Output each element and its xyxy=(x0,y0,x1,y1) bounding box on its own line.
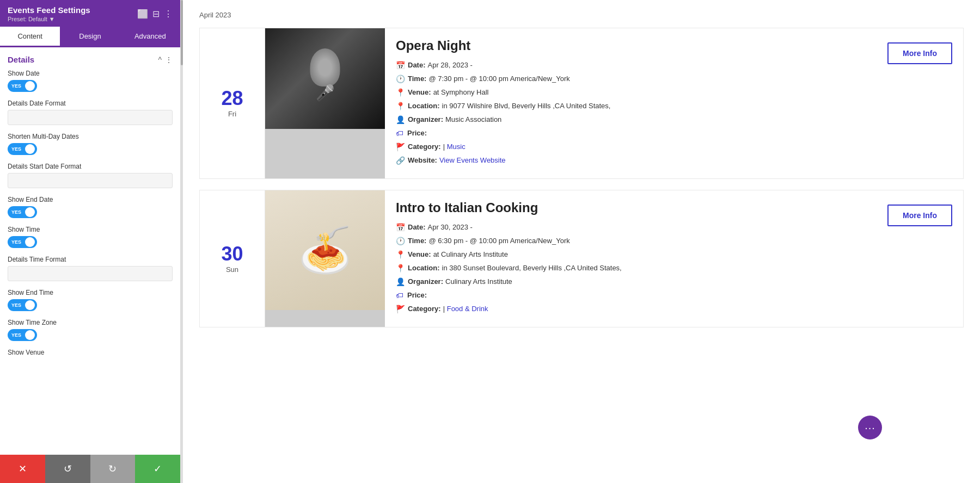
scroll-indicator[interactable] xyxy=(181,0,183,483)
show-end-time-field: Show End Time YES xyxy=(8,289,173,311)
cooking-category-link[interactable]: Food & Drink xyxy=(447,305,488,313)
show-time-toggle[interactable]: YES xyxy=(8,236,37,248)
toggle-knob-4 xyxy=(25,237,35,247)
shorten-multi-day-toggle[interactable]: YES xyxy=(8,143,37,155)
details-start-date-format-label: Details Start Date Format xyxy=(8,163,173,170)
show-end-time-label: Show End Time xyxy=(8,289,173,296)
show-time-toggle-row: YES xyxy=(8,236,173,248)
panel-header-text: Events Feed Settings Preset: Default ▼ xyxy=(8,5,90,22)
tab-content[interactable]: Content xyxy=(0,27,60,47)
cooking-venue-label: Venue: xyxy=(408,249,431,260)
cooking-time-label: Time: xyxy=(408,236,426,246)
more-options-icon[interactable]: ⋮ xyxy=(164,9,173,19)
details-start-date-format-field: Details Start Date Format xyxy=(8,163,173,188)
event-date-day-opera: Fri xyxy=(228,110,236,118)
cooking-date-row: 📅 Date: Apr 30, 2023 - xyxy=(396,222,871,233)
section-icons: ^ ⋮ xyxy=(158,55,173,64)
toggle-knob-2 xyxy=(25,144,35,154)
cooking-location-row: 📍 Location: in 380 Sunset Boulevard, Bev… xyxy=(396,263,871,274)
toggle-knob-3 xyxy=(25,207,35,217)
person-icon: 👤 xyxy=(396,114,405,126)
calendar-icon-2: 📅 xyxy=(396,222,405,233)
shorten-multi-day-label: Shorten Multi-Day Dates xyxy=(8,133,173,140)
flag-icon: 🚩 xyxy=(396,141,405,153)
shorten-multi-day-field: Shorten Multi-Day Dates YES xyxy=(8,133,173,155)
event-details-opera: Opera Night 📅 Date: Apr 28, 2023 - 🕐 Tim… xyxy=(385,28,882,178)
show-end-time-toggle[interactable]: YES xyxy=(8,299,37,311)
maximize-icon[interactable]: ⬜ xyxy=(137,9,148,19)
opera-category-value: | Music xyxy=(443,141,465,152)
section-options-icon[interactable]: ⋮ xyxy=(165,55,173,64)
opera-venue-label: Venue: xyxy=(408,87,431,98)
show-venue-label: Show Venue xyxy=(8,349,173,356)
clock-icon: 🕐 xyxy=(396,73,405,85)
tab-design[interactable]: Design xyxy=(60,27,120,47)
tab-advanced[interactable]: Advanced xyxy=(120,27,180,47)
panel-footer: ✕ ↺ ↻ ✓ xyxy=(0,455,180,483)
details-date-format-input[interactable] xyxy=(8,110,173,125)
show-time-label: Show Time xyxy=(8,226,173,233)
event-date-day-cooking: Sun xyxy=(226,265,238,274)
show-date-label: Show Date xyxy=(8,70,173,77)
left-panel: Events Feed Settings Preset: Default ▼ ⬜… xyxy=(0,0,181,483)
details-time-format-label: Details Time Format xyxy=(8,256,173,263)
cooking-organizer-label: Organizer: xyxy=(408,276,443,287)
opera-category-link[interactable]: Music xyxy=(447,143,465,151)
opera-location-value: in 9077 Wilshire Blvd, Beverly Hills ,CA… xyxy=(442,101,611,112)
cooking-image xyxy=(265,190,385,310)
cooking-category-value: | Food & Drink xyxy=(443,304,488,314)
redo-button[interactable]: ↻ xyxy=(90,455,136,483)
cancel-button[interactable]: ✕ xyxy=(0,455,45,483)
cooking-location-value: in 380 Sunset Boulevard, Beverly Hills ,… xyxy=(442,263,622,274)
link-icon: 🔗 xyxy=(396,155,405,166)
month-label: April 2023 xyxy=(199,11,964,19)
event-details-cooking: Intro to Italian Cooking 📅 Date: Apr 30,… xyxy=(385,190,882,327)
panel-preset[interactable]: Preset: Default ▼ xyxy=(8,16,90,22)
opera-website-label: Website: xyxy=(408,155,437,166)
show-end-date-toggle-row: YES xyxy=(8,206,173,218)
event-date-box-cooking: 30 Sun xyxy=(200,190,265,327)
collapse-icon[interactable]: ^ xyxy=(158,55,162,64)
cooking-category-label: Category: xyxy=(408,304,441,314)
cooking-more-info-button[interactable]: More Info xyxy=(887,205,952,226)
show-date-field: Show Date YES xyxy=(8,70,173,92)
opera-date-value: Apr 28, 2023 - xyxy=(428,60,473,71)
show-time-zone-field: Show Time Zone YES xyxy=(8,319,173,341)
event-image-opera xyxy=(265,28,385,178)
show-date-toggle[interactable]: YES xyxy=(8,80,37,92)
toggle-knob-5 xyxy=(25,300,35,310)
floating-dots-button[interactable]: ··· xyxy=(858,416,882,439)
tag-icon: 🏷 xyxy=(396,128,405,139)
show-time-zone-toggle[interactable]: YES xyxy=(8,329,37,341)
cooking-price-label: Price: xyxy=(407,290,427,301)
confirm-button[interactable]: ✓ xyxy=(135,455,180,483)
cooking-price-row: 🏷 Price: xyxy=(396,290,871,301)
details-start-date-format-input[interactable] xyxy=(8,173,173,188)
dots-icon: ··· xyxy=(865,422,875,434)
panel-body: Details ^ ⋮ Show Date YES Details Date F… xyxy=(0,47,180,455)
cooking-time-row: 🕐 Time: @ 6:30 pm - @ 10:00 pm America/N… xyxy=(396,236,871,247)
opera-website-row: 🔗 Website: View Events Website xyxy=(396,155,871,166)
shorten-multi-day-toggle-row: YES xyxy=(8,143,173,155)
clock-icon-2: 🕐 xyxy=(396,236,405,247)
opera-location-row: 📍 Location: in 9077 Wilshire Blvd, Bever… xyxy=(396,101,871,112)
opera-location-label: Location: xyxy=(408,101,440,112)
layout-icon[interactable]: ⊟ xyxy=(152,9,160,19)
event-title-opera: Opera Night xyxy=(396,38,871,53)
cooking-category-row: 🚩 Category: | Food & Drink xyxy=(396,304,871,315)
panel-title: Events Feed Settings xyxy=(8,5,90,15)
confirm-icon: ✓ xyxy=(154,463,162,475)
reset-button[interactable]: ↺ xyxy=(45,455,90,483)
opera-more-info-button[interactable]: More Info xyxy=(887,42,952,64)
opera-venue-row: 📍 Venue: at Symphony Hall xyxy=(396,87,871,98)
show-end-date-toggle[interactable]: YES xyxy=(8,206,37,218)
opera-venue-value: at Symphony Hall xyxy=(433,87,489,98)
show-end-date-label: Show End Date xyxy=(8,196,173,203)
panel-header-icons: ⬜ ⊟ ⋮ xyxy=(137,9,173,19)
calendar-icon: 📅 xyxy=(396,60,405,71)
details-time-format-input[interactable] xyxy=(8,266,173,281)
cooking-venue-row: 📍 Venue: at Culinary Arts Institute xyxy=(396,249,871,261)
opera-website-link[interactable]: View Events Website xyxy=(439,155,506,166)
opera-organizer-value: Music Association xyxy=(445,114,501,125)
cancel-icon: ✕ xyxy=(19,463,27,475)
